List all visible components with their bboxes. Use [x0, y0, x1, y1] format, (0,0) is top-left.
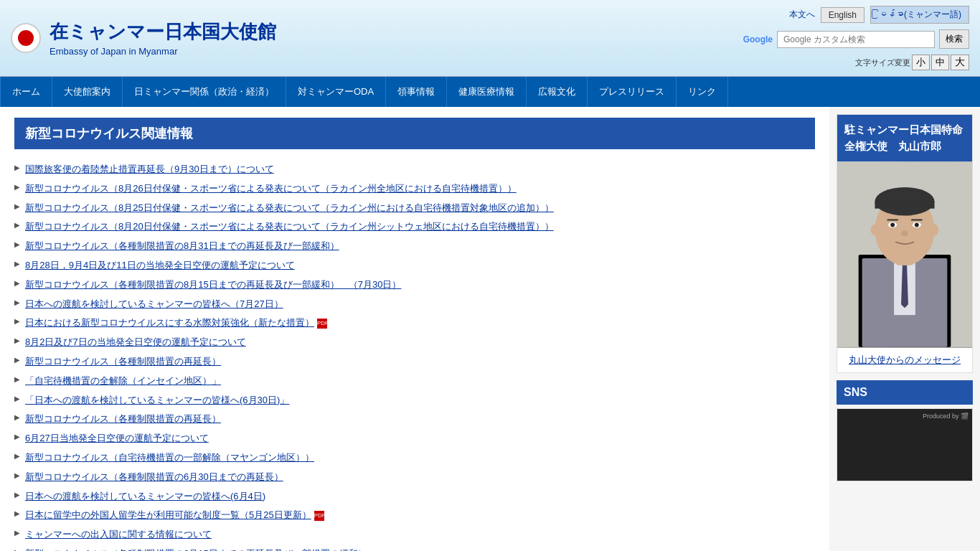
language-row: 本文へ English မြန်မာ(ミャンマー語) [789, 6, 969, 24]
svg-point-15 [901, 230, 908, 236]
content-wrapper: 新型コロナウイルス関連情報 国際旅客便の着陸禁止措置再延長（9月30日まで）につ… [0, 107, 980, 551]
ambassador-photo-svg [837, 161, 972, 348]
list-item: 新型コロナウイルス（各種制限措置の8月31日までの再延長及び一部緩和） [14, 237, 815, 256]
nav-embassy[interactable]: 大使館案内 [52, 77, 123, 107]
honbun-link[interactable]: 本文へ [789, 9, 815, 21]
section-header: 新型コロナウイルス関連情報 [14, 118, 815, 149]
list-item: 日本への渡航を検討しているミャンマーの皆様へ（7月27日） [14, 295, 815, 314]
nav-oda[interactable]: 対ミャンマーODA [286, 77, 386, 107]
news-link[interactable]: 8月2日及び7日の当地発全日空便の運航予定について [25, 336, 246, 347]
search-row: Google 検索 [743, 29, 969, 49]
list-item: ミャンマーへの出入国に関する情報について [14, 525, 815, 545]
top-bar: 在ミャンマー日本国大使館 Embassy of Japan in Myanmar… [0, 0, 980, 77]
news-link[interactable]: 新型コロナウイルス（8月20日付保健・スポーツ省による発表について（ラカイン州シ… [25, 221, 554, 232]
search-button[interactable]: 検索 [939, 29, 969, 49]
site-title: 在ミャンマー日本国大使館 Embassy of Japan in Myanmar [50, 19, 276, 57]
news-link[interactable]: 日本への渡航を検討しているミャンマーの皆様へ(6月4日) [25, 491, 265, 501]
ambassador-message-link[interactable]: 丸山大使からのメッセージ [837, 348, 972, 372]
news-link[interactable]: 新型コロナウイルス（各種制限措置の再延長） [25, 413, 221, 424]
news-link[interactable]: 新型コロナウイルス（8月26日付保健・スポーツ省による発表について（ラカイン州全… [25, 183, 517, 194]
nav-japan-myanmar[interactable]: 日ミャンマー関係（政治・経済） [123, 77, 286, 107]
svg-rect-8 [875, 202, 934, 209]
list-item: 新型コロナウイルス（各種制限措置の6月30日までの再延長） [14, 468, 815, 487]
list-item: 「自宅待機措置の全解除（インセイン地区）」 [14, 372, 815, 391]
sns-header: SNS [837, 380, 973, 405]
search-input[interactable] [777, 31, 935, 48]
list-item: 新型コロナウイルス（8月26日付保健・スポーツ省による発表について（ラカイン州全… [14, 179, 815, 199]
myanmar-lang-button[interactable]: မြန်မာ(ミャンマー語) [870, 6, 969, 24]
site-title-jp: 在ミャンマー日本国大使館 [50, 19, 276, 44]
nav-links[interactable]: リンク [677, 77, 728, 107]
produced-by-label: Produced by 🎬 [923, 413, 969, 420]
news-link[interactable]: 日本に留学中の外国人留学生が利用可能な制度一覧（5月25日更新） [25, 509, 311, 520]
list-item: 「日本への渡航を検討しているミャンマーの皆様へ(6月30日)」 [14, 391, 815, 410]
news-link[interactable]: 日本への渡航を検討しているミャンマーの皆様へ（7月27日） [25, 298, 283, 309]
news-link[interactable]: 「自宅待機措置の全解除（インセイン地区）」 [25, 375, 221, 386]
main-navigation: ホーム 大使館案内 日ミャンマー関係（政治・経済） 対ミャンマーODA 領事情報… [0, 77, 980, 107]
nav-health[interactable]: 健康医療情報 [447, 77, 527, 107]
news-link[interactable]: 新型コロナウイルス（各種制限措置の再延長） [25, 356, 221, 367]
news-link[interactable]: 新型コロナウイルス（各種制限措置の6月30日までの再延長） [25, 471, 283, 482]
logo-area: 在ミャンマー日本国大使館 Embassy of Japan in Myanmar [11, 19, 276, 57]
news-link[interactable]: 8月28日，9月4日及び11日の当地発全日空便の運航予定について [25, 260, 295, 270]
news-link[interactable]: 6月27日当地発全日空便の運航予定について [25, 433, 209, 443]
list-item: 日本における新型コロナウイルスにする水際対策強化（新たな措置）PDF [14, 314, 815, 333]
list-item: 国際旅客便の着陸禁止措置再延長（9月30日まで）について [14, 160, 815, 179]
news-link[interactable]: 新型コロナウイルス（各種制限措置の8月31日までの再延長及び一部緩和） [25, 240, 339, 251]
english-lang-button[interactable]: English [821, 7, 864, 23]
list-item: 新型コロナウイルス（各種制限措置の再延長） [14, 352, 815, 372]
list-item: 日本に留学中の外国人留学生が利用可能な制度一覧（5月25日更新）PDF [14, 506, 815, 525]
list-item: 新型コロナウイルス（8月25日付保健・スポーツ省による発表について（ラカイン州に… [14, 199, 815, 218]
list-item: 新型コロナウイルス（各種制限措置の8月15日までの再延長及び一部緩和） （7月3… [14, 276, 815, 295]
main-content: 新型コロナウイルス関連情報 国際旅客便の着陸禁止措置再延長（9月30日まで）につ… [0, 107, 829, 551]
svg-rect-14 [911, 220, 923, 221]
ambassador-box: 駐ミャンマー日本国特命全権大使 丸山市郎 [837, 114, 973, 373]
pdf-icon: PDF [317, 319, 327, 329]
news-link[interactable]: 日本における新型コロナウイルスにする水際対策強化（新たな措置） [25, 317, 314, 328]
news-link[interactable]: ミャンマーへの出入国に関する情報について [25, 529, 212, 540]
list-item: 8月28日，9月4日及び11日の当地発全日空便の運航予定について [14, 256, 815, 276]
google-label: Google [743, 34, 773, 44]
news-link[interactable]: 国際旅客便の着陸禁止措置再延長（9月30日まで）について [25, 164, 274, 174]
japan-flag [11, 23, 41, 53]
news-link[interactable]: 新型コロナウイルス（各種制限措置の8月15日までの再延長及び一部緩和） （7月3… [25, 279, 401, 290]
nav-culture[interactable]: 広報文化 [527, 77, 588, 107]
nav-consular[interactable]: 領事情報 [386, 77, 447, 107]
font-size-medium-button[interactable]: 中 [931, 55, 949, 70]
font-size-label: 文字サイズ変更 [855, 57, 910, 68]
list-item: 6月27日当地発全日空便の運航予定について [14, 429, 815, 448]
svg-point-12 [915, 222, 919, 227]
news-link[interactable]: 新型コロナウイルス（8月25日付保健・スポーツ省による発表について（ラカイン州に… [25, 202, 554, 213]
ambassador-header: 駐ミャンマー日本国特命全権大使 丸山市郎 [837, 115, 972, 161]
font-size-small-button[interactable]: 小 [912, 55, 930, 70]
top-right-controls: 本文へ English မြန်မာ(ミャンマー語) Google 検索 文字サ… [743, 6, 969, 70]
svg-rect-13 [887, 220, 898, 221]
font-size-row: 文字サイズ変更 小 中 大 [855, 55, 969, 70]
svg-point-11 [890, 222, 895, 227]
list-item: 新型コロナウイルス（8月20日付保健・スポーツ省による発表について（ラカイン州シ… [14, 217, 815, 237]
sns-video: Produced by 🎬 [837, 409, 972, 481]
svg-point-17 [930, 224, 939, 235]
sidebar: 駐ミャンマー日本国特命全権大使 丸山市郎 [829, 107, 980, 551]
list-item: 8月2日及び7日の当地発全日空便の運航予定について [14, 333, 815, 352]
font-size-large-button[interactable]: 大 [951, 55, 969, 70]
ambassador-photo [837, 161, 972, 348]
site-title-en: Embassy of Japan in Myanmar [50, 46, 276, 57]
list-item: 新型コロナウイルス（各種制限措置の再延長） [14, 410, 815, 429]
pdf-icon: PDF [314, 511, 324, 521]
news-link[interactable]: 新型コロナウイルス（自宅待機措置の一部解除（マヤンゴン地区）） [25, 452, 314, 463]
svg-point-16 [871, 224, 880, 235]
news-link[interactable]: 「日本への渡航を検討しているミャンマーの皆様へ(6月30日)」 [25, 395, 289, 405]
nav-home[interactable]: ホーム [0, 77, 52, 107]
sns-content: Produced by 🎬 [837, 408, 973, 481]
list-item: 日本への渡航を検討しているミャンマーの皆様へ(6月4日) [14, 487, 815, 507]
news-list: 国際旅客便の着陸禁止措置再延長（9月30日まで）について 新型コロナウイルス（8… [14, 160, 815, 551]
list-item: 新型コロナウイルス（各種制限措置の6月15日までの再延長及び一部措置の緩和） [14, 545, 815, 551]
nav-press[interactable]: プレスリリース [588, 77, 677, 107]
list-item: 新型コロナウイルス（自宅待機措置の一部解除（マヤンゴン地区）） [14, 448, 815, 468]
news-link[interactable]: 新型コロナウイルス（各種制限措置の6月15日までの再延長及び一部措置の緩和） [25, 548, 367, 551]
